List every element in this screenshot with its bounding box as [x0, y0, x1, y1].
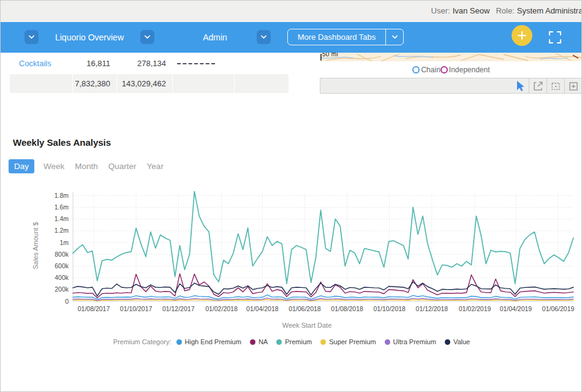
svg-text:1.8m: 1.8m [55, 192, 69, 199]
x-axis-ticks: 01/08/201701/10/201701/12/201701/02/2018… [78, 194, 575, 312]
svg-text:01/04/2018: 01/04/2018 [246, 305, 279, 312]
tab-admin[interactable]: Admin [178, 32, 252, 42]
map-legend-label: Chain [421, 66, 440, 74]
chevron-down-icon[interactable] [25, 30, 39, 44]
map-legend: ChainIndependent [320, 64, 582, 75]
legend-item-na[interactable]: NA [250, 338, 268, 345]
svg-text:01/12/2017: 01/12/2017 [162, 305, 195, 312]
svg-text:1.4m: 1.4m [55, 215, 69, 222]
user-name: Ivan Seow [453, 6, 490, 15]
legend-label: Super Premium [329, 338, 376, 345]
pointer-tool-icon[interactable] [512, 78, 529, 93]
x-axis-title: Week Start Date [282, 322, 332, 329]
map-roads [326, 53, 582, 61]
legend-item-high-end-premium[interactable]: High End Premium [176, 338, 241, 345]
legend-dot-icon [445, 339, 450, 345]
cocktails-link[interactable]: Cocktails [19, 59, 51, 68]
table-cell [173, 74, 234, 93]
table-total-row: 7,832,380 143,029,462 [10, 74, 289, 93]
svg-text:01/08/2017: 01/08/2017 [78, 305, 110, 312]
svg-text:01/10/2018: 01/10/2018 [373, 305, 406, 312]
table-cell: 143,029,462 [117, 74, 172, 93]
svg-text:01/10/2017: 01/10/2017 [120, 305, 153, 312]
legend-circle-icon [440, 66, 448, 74]
map-legend-label: Independent [449, 66, 490, 74]
legend-item-value[interactable]: Value [445, 338, 470, 345]
svg-text:1.2m: 1.2m [55, 227, 69, 234]
legend-dot-icon [176, 339, 182, 345]
svg-text:600k: 600k [55, 262, 69, 270]
legend-label: NA [259, 338, 268, 345]
dashed-sparkline [177, 63, 215, 64]
user-info: User:Ivan SeowRole:System Administrat [425, 6, 582, 15]
svg-text:01/06/2018: 01/06/2018 [289, 305, 321, 312]
tab-day[interactable]: Day [9, 159, 34, 173]
map-toolbar [320, 78, 582, 94]
svg-text:01/04/2019: 01/04/2019 [500, 305, 532, 312]
plus-icon [516, 29, 528, 42]
map[interactable]: 50 mi [320, 53, 582, 61]
section-title: Weekly Sales Analysis [13, 137, 111, 148]
legend-label: Value [453, 338, 470, 345]
sales-line-chart[interactable]: 0200k400k600k800k1m1.2m1.4m1.6m1.8m01/08… [1, 184, 582, 337]
map-legend-item-chain[interactable]: Chain [412, 66, 440, 74]
add-button[interactable] [512, 25, 532, 46]
chart-legend-items: High End PremiumNAPremiumSuper PremiumUl… [176, 338, 471, 345]
svg-text:1m: 1m [59, 239, 69, 246]
topbar: User:Ivan SeowRole:System Administrat [1, 1, 582, 22]
zoom-in-tool-icon[interactable] [564, 78, 582, 93]
svg-text:01/12/2018: 01/12/2018 [416, 305, 448, 312]
tab-week[interactable]: Week [42, 159, 66, 173]
role-name: System Administrat [517, 6, 582, 15]
summary-table: Cocktails 16,811 278,134 7,832,380 143,0… [10, 54, 289, 93]
legend-item-premium[interactable]: Premium [276, 338, 312, 345]
svg-text:800k: 800k [55, 251, 69, 258]
svg-text:400k: 400k [55, 274, 69, 281]
series-line-na[interactable] [73, 274, 573, 298]
svg-text:01/02/2018: 01/02/2018 [205, 305, 238, 312]
legend-circle-icon [412, 66, 420, 74]
series-line-premium[interactable] [73, 192, 573, 284]
table-cell: 278,134 [117, 54, 172, 73]
table-cell: 7,832,380 [73, 74, 116, 93]
legend-dot-icon [385, 339, 390, 345]
user-label: User: [431, 6, 450, 15]
legend-item-ultra-premium[interactable]: Ultra Premium [385, 338, 436, 345]
table-row: Cocktails 16,811 278,134 [10, 54, 289, 73]
chart-legend: Premium Category: High End PremiumNAPrem… [1, 338, 582, 345]
legend-label: High End Premium [185, 338, 241, 345]
svg-text:01/06/2019: 01/06/2019 [542, 305, 575, 312]
svg-text:01/08/2018: 01/08/2018 [331, 305, 363, 312]
table-cell [10, 74, 72, 93]
legend-dot-icon [250, 339, 255, 345]
dashboard-window: User:Ivan SeowRole:System Administrat Li… [0, 0, 582, 392]
dashboard-tab-bar: Liquorio Overview Admin More Dashboard T… [1, 22, 582, 53]
legend-dot-icon [320, 339, 326, 345]
map-legend-item-independent[interactable]: Independent [440, 66, 490, 74]
tab-month[interactable]: Month [74, 159, 99, 173]
table-cell [235, 74, 289, 93]
tab-liquorio-overview[interactable]: Liquorio Overview [43, 32, 135, 42]
more-dashboard-tabs-button[interactable]: More Dashboard Tabs [287, 29, 404, 45]
series-line-super-premium[interactable] [73, 300, 573, 301]
svg-text:0: 0 [65, 298, 69, 305]
period-tabs: DayWeekMonthQuarterYear [9, 159, 165, 173]
map-canvas [320, 53, 582, 61]
svg-text:01/02/2019: 01/02/2019 [459, 305, 491, 312]
legend-item-super-premium[interactable]: Super Premium [320, 338, 376, 345]
marquee-zoom-tool-icon[interactable] [546, 78, 564, 93]
table-cell: 16,811 [73, 54, 116, 73]
tab-year[interactable]: Year [146, 159, 165, 173]
tab-quarter[interactable]: Quarter [107, 159, 138, 173]
legend-label: Ultra Premium [393, 338, 436, 345]
svg-text:200k: 200k [55, 285, 69, 293]
chevron-down-icon[interactable] [140, 30, 154, 44]
chevron-down-icon[interactable] [385, 29, 403, 45]
fullscreen-icon[interactable] [548, 30, 562, 45]
role-label: Role: [496, 6, 514, 15]
chevron-down-icon[interactable] [257, 30, 271, 44]
svg-text:1.6m: 1.6m [55, 203, 69, 211]
pan-tool-icon[interactable] [529, 78, 546, 93]
chart-legend-title: Premium Category: [113, 338, 172, 345]
legend-dot-icon [276, 339, 282, 345]
